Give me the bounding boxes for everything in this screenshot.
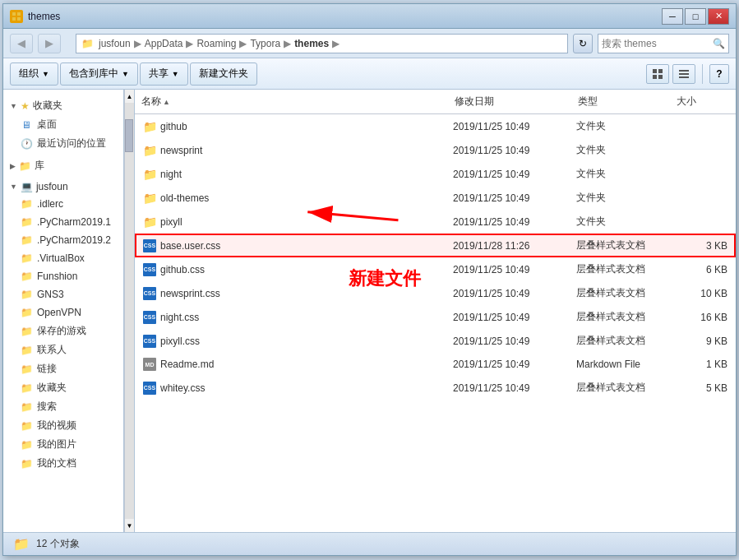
file-type: 文件夹 bbox=[570, 189, 668, 206]
breadcrumb-part-3[interactable]: Roaming bbox=[196, 38, 236, 49]
sidebar-item-saved-games[interactable]: 📁 保存的游戏 bbox=[3, 322, 123, 340]
file-date: 2019/11/25 10:49 bbox=[446, 215, 570, 229]
file-name: 📁 pixyll bbox=[136, 214, 446, 230]
breadcrumb-part-1[interactable]: jusfoun bbox=[99, 38, 131, 49]
title-bar-left: themes bbox=[10, 10, 60, 23]
file-name: 📁 newsprint bbox=[136, 142, 446, 159]
table-row[interactable]: 📁 github 2019/11/25 10:49 文件夹 bbox=[135, 114, 736, 138]
links-label: 链接 bbox=[37, 362, 57, 376]
sidebar-item-videos[interactable]: 📁 我的视频 bbox=[3, 416, 123, 435]
file-date: 2019/11/28 11:26 bbox=[446, 238, 570, 253]
file-size: 6 KB bbox=[668, 262, 734, 277]
table-row[interactable]: CSS night.css 2019/11/25 10:49 层叠样式表文档 1… bbox=[135, 305, 736, 329]
refresh-button[interactable]: ↻ bbox=[573, 34, 593, 53]
scroll-thumb[interactable] bbox=[125, 119, 133, 152]
file-date: 2019/11/25 10:49 bbox=[446, 357, 570, 372]
col-header-name[interactable]: 名称 ▲ bbox=[135, 91, 448, 112]
sidebar-item-search[interactable]: 📁 搜索 bbox=[3, 397, 123, 416]
sidebar-scrollbar[interactable]: ▲ ▼ bbox=[124, 90, 134, 532]
favorites-star-icon: ★ bbox=[21, 100, 30, 112]
sidebar-item-desktop[interactable]: 🖥 桌面 bbox=[3, 115, 123, 134]
sidebar-item-pycharm2[interactable]: 📁 .PyCharm2019.2 bbox=[3, 231, 123, 249]
sidebar-item-favorites2[interactable]: 📁 收藏夹 bbox=[3, 378, 123, 397]
table-row[interactable]: 📁 newsprint 2019/11/25 10:49 文件夹 bbox=[135, 138, 736, 162]
scroll-up-button[interactable]: ▲ bbox=[127, 90, 133, 103]
minimize-button[interactable]: ─ bbox=[662, 8, 683, 25]
file-type: 层叠样式表文档 bbox=[570, 332, 668, 349]
css-file-icon: CSS bbox=[143, 335, 156, 348]
breadcrumb-part-2[interactable]: AppData bbox=[145, 38, 183, 49]
new-folder-button[interactable]: 新建文件夹 bbox=[190, 62, 257, 86]
file-date: 2019/11/25 10:49 bbox=[446, 334, 570, 349]
svg-rect-0 bbox=[12, 12, 16, 16]
col-header-type[interactable]: 类型 bbox=[571, 91, 670, 112]
file-type: 层叠样式表文档 bbox=[570, 285, 668, 302]
file-name-text: whitey.css bbox=[160, 382, 205, 394]
svg-rect-3 bbox=[17, 17, 21, 21]
file-name-text: pixyll bbox=[160, 216, 182, 228]
table-row[interactable]: 📁 pixyll 2019/11/25 10:49 文件夹 bbox=[135, 210, 736, 234]
documents-icon: 📁 bbox=[20, 457, 33, 470]
col-header-size[interactable]: 大小 bbox=[670, 91, 736, 112]
search-input[interactable] bbox=[602, 38, 711, 49]
table-row[interactable]: CSS pixyll.css 2019/11/25 10:49 层叠样式表文档 … bbox=[135, 329, 736, 353]
sidebar-header-favorites[interactable]: ▼ ★ 收藏夹 bbox=[3, 96, 123, 115]
maximize-button[interactable]: □ bbox=[685, 8, 706, 25]
file-size: 1 KB bbox=[668, 357, 734, 372]
sidebar-item-documents[interactable]: 📁 我的文档 bbox=[3, 454, 123, 473]
sidebar-item-virtualbox[interactable]: 📁 .VirtualBox bbox=[3, 249, 123, 267]
file-name-text: base.user.css bbox=[160, 240, 220, 252]
sidebar-item-recent[interactable]: 🕐 最近访问的位置 bbox=[3, 134, 123, 153]
openvpn-icon: 📁 bbox=[20, 306, 33, 319]
toolbar-separator bbox=[702, 64, 703, 84]
table-row[interactable]: CSS base.user.css 2019/11/28 11:26 层叠样式表… bbox=[135, 234, 736, 257]
scroll-down-button[interactable]: ▼ bbox=[127, 519, 133, 532]
search-label: 搜索 bbox=[37, 400, 57, 414]
file-name-text: newsprint bbox=[160, 145, 202, 156]
search-icon[interactable]: 🔍 bbox=[713, 38, 725, 49]
sidebar-item-openvpn[interactable]: 📁 OpenVPN bbox=[3, 303, 123, 322]
search-bar[interactable]: 🔍 bbox=[598, 34, 729, 53]
breadcrumb-part-5[interactable]: themes bbox=[294, 38, 329, 49]
table-row[interactable]: 📁 old-themes 2019/11/25 10:49 文件夹 bbox=[135, 186, 736, 210]
file-type: 层叠样式表文档 bbox=[570, 308, 668, 326]
table-row[interactable]: CSS github.css 2019/11/25 10:49 层叠样式表文档 … bbox=[135, 257, 736, 281]
col-size-label: 大小 bbox=[677, 95, 696, 109]
sidebar-header-jusfoun[interactable]: ▼ 💻 jusfoun bbox=[3, 178, 123, 195]
view-list-button[interactable] bbox=[672, 64, 695, 84]
sidebar-item-pictures[interactable]: 📁 我的图片 bbox=[3, 435, 123, 454]
sidebar-item-gns3[interactable]: 📁 GNS3 bbox=[3, 285, 123, 303]
organize-button[interactable]: 组织 ▼ bbox=[10, 62, 58, 86]
col-header-date[interactable]: 修改日期 bbox=[448, 91, 571, 112]
sidebar-item-contacts[interactable]: 📁 联系人 bbox=[3, 340, 123, 359]
table-row[interactable]: MD Readme.md 2019/11/25 10:49 Markdown F… bbox=[135, 353, 736, 376]
view-toggle-button[interactable] bbox=[646, 64, 669, 84]
saved-games-icon: 📁 bbox=[20, 325, 33, 338]
back-button[interactable]: ◀ bbox=[10, 34, 33, 53]
virtualbox-label: .VirtualBox bbox=[37, 252, 85, 264]
sidebar-item-idlerc[interactable]: 📁 .idlerc bbox=[3, 195, 123, 213]
file-name: CSS whitey.css bbox=[136, 380, 446, 396]
breadcrumb-bar[interactable]: 📁 jusfoun ▶ AppData ▶ Roaming ▶ Typora ▶… bbox=[76, 34, 568, 53]
file-type: 文件夹 bbox=[570, 118, 668, 135]
help-button[interactable]: ? bbox=[709, 64, 729, 84]
table-row[interactable]: CSS whitey.css 2019/11/25 10:49 层叠样式表文档 … bbox=[135, 376, 736, 400]
sidebar-item-pycharm1[interactable]: 📁 .PyCharm2019.1 bbox=[3, 213, 123, 231]
svg-rect-5 bbox=[658, 69, 663, 73]
sidebar-header-library[interactable]: ▶ 📁 库 bbox=[3, 156, 123, 175]
table-row[interactable]: CSS newsprint.css 2019/11/25 10:49 层叠样式表… bbox=[135, 281, 736, 305]
close-button[interactable]: ✕ bbox=[708, 8, 729, 25]
forward-button[interactable]: ▶ bbox=[38, 34, 61, 53]
file-name-text: github.css bbox=[160, 264, 205, 275]
breadcrumb-part-4[interactable]: Typora bbox=[250, 38, 280, 49]
share-button[interactable]: 共享 ▼ bbox=[140, 62, 188, 86]
share-label: 共享 bbox=[149, 67, 169, 81]
jusfoun-label: jusfoun bbox=[36, 181, 68, 192]
sidebar-item-links[interactable]: 📁 链接 bbox=[3, 359, 123, 378]
sidebar-item-funshion[interactable]: 📁 Funshion bbox=[3, 267, 123, 285]
col-name-label: 名称 bbox=[141, 95, 161, 109]
include-library-button[interactable]: 包含到库中 ▼ bbox=[60, 62, 138, 86]
folder-icon: 📁 bbox=[143, 120, 156, 133]
table-row[interactable]: 📁 night 2019/11/25 10:49 文件夹 bbox=[135, 162, 736, 186]
organize-label: 组织 bbox=[19, 67, 39, 81]
